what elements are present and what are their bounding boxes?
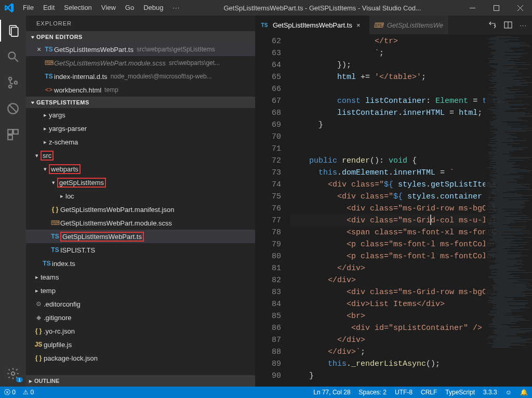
open-editors-list: ×TSGetSpListItemsWebPart.tssrc\webparts\… xyxy=(26,43,255,97)
tab-active[interactable]: TS GetSpListItemsWebPart.ts × xyxy=(255,16,369,34)
item-label: loc xyxy=(65,192,74,200)
tab-actions: ··· xyxy=(483,16,532,34)
item-label: ISPLIST.TS xyxy=(60,246,95,254)
twist-icon[interactable]: ▸ xyxy=(33,274,41,281)
chevron-right-icon: ▸ xyxy=(29,378,32,384)
activity-search[interactable] xyxy=(0,46,26,68)
file-icon: { } xyxy=(50,206,60,213)
activity-explorer[interactable] xyxy=(0,20,26,42)
activity-extensions[interactable] xyxy=(0,124,26,145)
folder-item[interactable]: ▸temp xyxy=(26,284,255,297)
status-language[interactable]: TypeScript xyxy=(445,389,475,396)
twist-icon[interactable]: ▾ xyxy=(50,179,57,186)
item-label: GetSpListItemsWebPart.module.scss xyxy=(60,219,172,227)
twist-icon[interactable]: ▾ xyxy=(33,152,41,159)
item-label: gulpfile.js xyxy=(44,341,72,349)
close-button[interactable] xyxy=(508,0,532,16)
file-item[interactable]: ⌨GetSpListItemsWebPart.module.scss xyxy=(26,216,255,230)
close-icon[interactable]: × xyxy=(356,21,364,29)
item-label: src xyxy=(43,152,51,160)
file-path: src\webparts\get... xyxy=(169,59,220,67)
folder-item[interactable]: ▸yargs-parser xyxy=(26,122,255,135)
item-label: index.ts xyxy=(52,260,75,268)
file-item[interactable]: { }.yo-rc.json xyxy=(26,324,255,338)
split-icon[interactable] xyxy=(504,21,512,29)
twist-icon[interactable]: ▸ xyxy=(42,112,49,118)
item-label: getSpListItems xyxy=(59,179,104,187)
file-icon: TS xyxy=(44,73,54,80)
svg-rect-0 xyxy=(470,8,475,8)
activity-scm[interactable] xyxy=(0,72,26,94)
folder-item[interactable]: ▸yargs xyxy=(26,108,255,122)
file-item[interactable]: ⚙.editorconfig xyxy=(26,297,255,311)
activity-debug[interactable] xyxy=(0,98,26,120)
open-editor-item[interactable]: ×TSGetSpListItemsWebPart.tssrc\webparts\… xyxy=(26,43,255,56)
status-feedback-icon[interactable]: ☺ xyxy=(506,389,512,396)
more-icon[interactable]: ··· xyxy=(520,21,527,29)
minimap[interactable] xyxy=(485,34,532,382)
item-label: yargs xyxy=(49,111,65,119)
folder-item[interactable]: ▾getSpListItems xyxy=(26,176,255,189)
folder-item[interactable]: ▸loc xyxy=(26,189,255,203)
menu-bar: File Edit Selection View Go Debug ··· xyxy=(18,0,184,16)
twist-icon[interactable]: ▾ xyxy=(42,166,49,173)
status-warnings[interactable]: ⚠ 0 xyxy=(23,389,34,396)
outline-header[interactable]: ▸ OUTLINE xyxy=(26,375,255,387)
status-eol[interactable]: CRLF xyxy=(421,389,437,396)
file-path: temp xyxy=(104,86,118,94)
file-icon: { } xyxy=(33,354,44,362)
status-ts-version[interactable]: 3.3.3 xyxy=(483,389,497,396)
project-header[interactable]: ▾ GETSPLISTITEMS xyxy=(26,97,255,108)
status-position[interactable]: Ln 77, Col 28 xyxy=(313,389,350,396)
status-bell-icon[interactable]: 🔔 xyxy=(520,389,528,396)
file-item[interactable]: JSgulpfile.js xyxy=(26,338,255,351)
svg-point-6 xyxy=(8,52,15,59)
menu-view[interactable]: View xyxy=(97,0,121,16)
file-item[interactable]: TSISPLIST.TS xyxy=(26,243,255,257)
menu-debug[interactable]: Debug xyxy=(139,0,168,16)
open-editors-header[interactable]: ▾ OPEN EDITORS xyxy=(26,31,255,43)
twist-icon[interactable]: ▸ xyxy=(42,139,49,145)
menu-file[interactable]: File xyxy=(18,0,38,16)
file-item[interactable]: { }GetSpListItemsWebPart.manifest.json xyxy=(26,203,255,216)
compare-icon[interactable] xyxy=(488,21,497,29)
file-icon: TS xyxy=(44,46,54,53)
close-icon[interactable]: × xyxy=(34,45,44,54)
open-editor-item[interactable]: TSindex-internal.d.tsnode_modules\@micro… xyxy=(26,70,255,83)
menu-selection[interactable]: Selection xyxy=(59,0,96,16)
item-label: teams xyxy=(41,273,59,281)
twist-icon[interactable]: ▸ xyxy=(42,125,49,132)
status-errors[interactable]: ⓧ 0 xyxy=(4,388,16,397)
twist-icon[interactable]: ▸ xyxy=(33,287,41,294)
menu-more[interactable]: ··· xyxy=(168,0,184,16)
folder-item[interactable]: ▸z-schema xyxy=(26,135,255,149)
twist-icon[interactable]: ▸ xyxy=(58,193,65,200)
file-icon: ◆ xyxy=(33,314,44,321)
minimize-button[interactable] xyxy=(460,0,484,16)
menu-edit[interactable]: Edit xyxy=(38,0,59,16)
folder-item[interactable]: ▾src xyxy=(26,149,255,162)
activity-settings[interactable]: 1 xyxy=(0,363,26,384)
svg-rect-1 xyxy=(494,5,499,10)
svg-point-8 xyxy=(9,77,11,80)
file-item[interactable]: TSindex.ts xyxy=(26,257,255,270)
status-spaces[interactable]: Spaces: 2 xyxy=(359,389,387,396)
project-label: GETSPLISTITEMS xyxy=(36,99,89,105)
folder-item[interactable]: ▾webparts xyxy=(26,162,255,176)
maximize-button[interactable] xyxy=(484,0,508,16)
item-label: package-lock.json xyxy=(44,354,98,362)
open-editor-item[interactable]: <>workbench.htmltemp xyxy=(26,83,255,97)
item-label: z-schema xyxy=(49,138,78,146)
status-encoding[interactable]: UTF-8 xyxy=(395,389,413,396)
menu-go[interactable]: Go xyxy=(121,0,139,16)
folder-item[interactable]: ▸teams xyxy=(26,270,255,284)
open-editor-item[interactable]: ⌨GetSpListItemsWebPart.module.scsssrc\we… xyxy=(26,56,255,70)
file-item[interactable]: TSGetSpListItemsWebPart.ts xyxy=(26,230,255,243)
file-item[interactable]: ◆.gitignore xyxy=(26,311,255,324)
file-icon: ⌨ xyxy=(44,59,54,67)
file-icon: TS xyxy=(42,260,52,267)
file-item[interactable]: { }package-lock.json xyxy=(26,351,255,365)
item-label: .gitignore xyxy=(44,314,71,322)
open-editors-label: OPEN EDITORS xyxy=(36,34,83,40)
tab-inactive[interactable]: ⌨ GetSpListItemsWe xyxy=(369,16,449,34)
